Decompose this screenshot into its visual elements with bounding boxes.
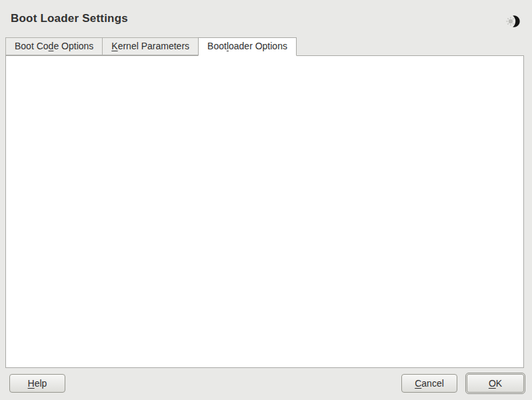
ok-button[interactable]: OK <box>467 374 524 393</box>
tab-content-panel <box>5 55 524 368</box>
sun-moon-icon <box>505 14 520 29</box>
page-title: Boot Loader Settings <box>11 12 128 25</box>
boot-loader-settings-dialog: Boot Loader Settings Boot Code Options K… <box>0 0 532 400</box>
tab-bar: Boot Code Options Kernel Parameters Boot… <box>5 37 297 56</box>
tab-boot-code-options[interactable]: Boot Code Options <box>5 37 102 55</box>
cancel-button[interactable]: Cancel <box>401 374 457 393</box>
tab-bootloader-options[interactable]: Bootloader Options <box>198 37 297 56</box>
tab-kernel-parameters[interactable]: Kernel Parameters <box>102 37 198 55</box>
help-button[interactable]: Help <box>9 374 65 393</box>
